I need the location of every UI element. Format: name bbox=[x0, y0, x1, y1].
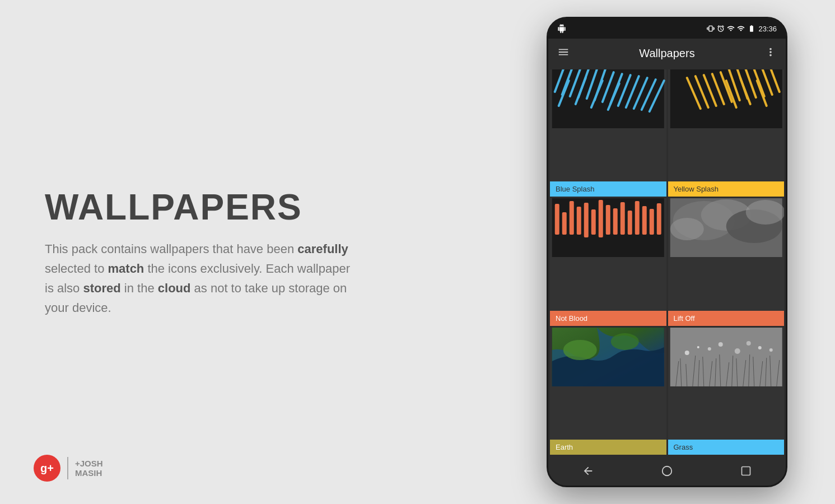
svg-rect-43 bbox=[621, 202, 625, 235]
status-time: 23:36 bbox=[758, 25, 777, 33]
author-section: g+ +JOSH MASIH bbox=[34, 455, 103, 482]
yellow-splash-label: Yellow Splash bbox=[668, 181, 785, 197]
svg-rect-35 bbox=[562, 212, 567, 235]
description: This pack contains wallpapers that have … bbox=[45, 239, 353, 318]
status-left-icons bbox=[557, 24, 566, 33]
alarm-icon bbox=[717, 25, 725, 32]
wallpaper-item-yellow-splash[interactable]: Yellow Splash bbox=[668, 69, 785, 197]
earth-label: Earth bbox=[550, 440, 666, 455]
not-blood-thumbnail bbox=[550, 198, 666, 257]
svg-rect-37 bbox=[577, 207, 581, 235]
svg-rect-36 bbox=[570, 201, 574, 235]
svg-point-54 bbox=[745, 200, 784, 225]
svg-point-85 bbox=[746, 341, 750, 346]
phone-container: 23:36 Wallpapers bbox=[533, 11, 801, 493]
status-right-icons: 23:36 bbox=[707, 25, 777, 33]
grass-thumbnail bbox=[668, 328, 785, 386]
gplus-letter: g+ bbox=[40, 462, 54, 475]
wallpaper-item-not-blood[interactable]: Not Blood bbox=[550, 198, 666, 325]
author-divider bbox=[67, 457, 68, 479]
svg-rect-45 bbox=[635, 201, 640, 235]
gplus-icon[interactable]: g+ bbox=[34, 455, 60, 482]
vibrate-icon bbox=[707, 25, 715, 32]
svg-point-58 bbox=[611, 333, 639, 350]
svg-point-84 bbox=[697, 346, 699, 348]
lift-off-thumbnail bbox=[668, 198, 785, 257]
wallpaper-item-lift-off[interactable]: Lift Off bbox=[668, 198, 785, 325]
svg-rect-41 bbox=[606, 205, 610, 235]
svg-rect-59 bbox=[670, 328, 782, 386]
hamburger-icon[interactable] bbox=[557, 46, 570, 61]
signal-icon bbox=[737, 25, 745, 32]
svg-rect-38 bbox=[584, 203, 589, 237]
status-bar: 23:36 bbox=[548, 18, 786, 39]
blue-splash-label: Blue Splash bbox=[550, 181, 666, 197]
svg-rect-48 bbox=[657, 203, 661, 235]
nav-bar bbox=[548, 456, 786, 486]
more-options-icon[interactable] bbox=[764, 46, 777, 61]
back-button[interactable] bbox=[578, 461, 598, 481]
battery-icon bbox=[747, 25, 756, 32]
svg-rect-88 bbox=[742, 467, 750, 475]
grass-label: Grass bbox=[668, 440, 785, 455]
svg-point-79 bbox=[684, 351, 689, 355]
app-bar-title: Wallpapers bbox=[579, 47, 755, 60]
not-blood-label: Not Blood bbox=[550, 311, 666, 326]
svg-point-82 bbox=[758, 346, 761, 349]
home-button[interactable] bbox=[657, 461, 677, 481]
svg-point-57 bbox=[563, 340, 597, 360]
wallpaper-item-blue-splash[interactable]: Blue Splash bbox=[550, 69, 666, 197]
svg-point-81 bbox=[734, 348, 740, 354]
left-panel: WALLPAPERS This pack contains wallpapers… bbox=[0, 0, 533, 504]
author-last-name: MASIH bbox=[75, 468, 103, 478]
svg-rect-42 bbox=[613, 208, 618, 235]
svg-point-80 bbox=[707, 347, 711, 351]
recents-button[interactable] bbox=[736, 461, 756, 481]
app-bar: Wallpapers bbox=[548, 39, 786, 68]
author-plus-label: +JOSH bbox=[75, 459, 103, 468]
lift-off-label: Lift Off bbox=[668, 311, 785, 326]
svg-point-83 bbox=[718, 342, 722, 347]
blue-splash-thumbnail bbox=[550, 69, 666, 128]
svg-rect-44 bbox=[628, 211, 632, 235]
svg-rect-47 bbox=[650, 209, 654, 235]
svg-rect-34 bbox=[555, 204, 559, 235]
wallpaper-item-grass[interactable]: Grass bbox=[668, 328, 785, 455]
svg-rect-40 bbox=[599, 200, 603, 237]
yellow-splash-thumbnail bbox=[668, 69, 785, 128]
phone-frame: 23:36 Wallpapers bbox=[547, 17, 787, 487]
wallpaper-grid: Blue Splash bbox=[548, 68, 786, 456]
page-title: WALLPAPERS bbox=[45, 186, 488, 228]
svg-point-53 bbox=[670, 218, 703, 240]
svg-rect-39 bbox=[591, 209, 596, 235]
svg-point-87 bbox=[663, 466, 672, 476]
svg-point-86 bbox=[769, 348, 772, 352]
wifi-icon bbox=[727, 25, 735, 32]
svg-rect-46 bbox=[642, 206, 647, 235]
wallpaper-item-earth[interactable]: Earth bbox=[550, 328, 666, 455]
earth-thumbnail bbox=[550, 328, 666, 386]
author-name: +JOSH MASIH bbox=[75, 459, 103, 478]
android-icon bbox=[557, 24, 566, 33]
